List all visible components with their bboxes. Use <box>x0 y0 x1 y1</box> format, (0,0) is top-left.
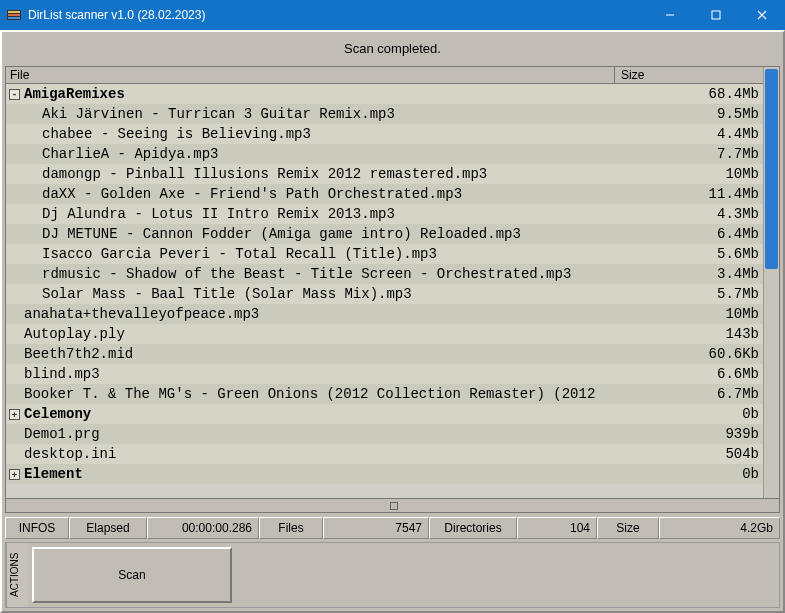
item-size: 5.6Mb <box>615 246 763 262</box>
collapse-icon[interactable]: - <box>9 89 20 100</box>
tree-file-row[interactable]: Booker T. & The MG's - Green Onions (201… <box>6 384 763 404</box>
item-size: 6.7Mb <box>615 386 763 402</box>
tree-file-row[interactable]: daXX - Golden Axe - Friend's Path Orches… <box>6 184 763 204</box>
item-size: 9.5Mb <box>615 106 763 122</box>
item-name: Booker T. & The MG's - Green Onions (201… <box>24 386 595 402</box>
item-name: chabee - Seeing is Believing.mp3 <box>42 126 311 142</box>
item-name: damongp - Pinball Illusions Remix 2012 r… <box>42 166 487 182</box>
item-size: 7.7Mb <box>615 146 763 162</box>
titlebar[interactable]: DirList scanner v1.0 (28.02.2023) <box>0 0 785 30</box>
item-size: 10Mb <box>615 166 763 182</box>
item-name: Solar Mass - Baal Title (Solar Mass Mix)… <box>42 286 412 302</box>
item-name: Isacco Garcia Peveri - Total Recall (Tit… <box>42 246 437 262</box>
column-headers: File Size <box>6 67 763 84</box>
item-size: 143b <box>615 326 763 342</box>
tree-file-row[interactable]: Isacco Garcia Peveri - Total Recall (Tit… <box>6 244 763 264</box>
item-size: 939b <box>615 426 763 442</box>
file-list: File Size -AmigaRemixes68.4MbAki Järvine… <box>5 66 780 499</box>
svg-rect-3 <box>8 17 20 19</box>
item-size: 68.4Mb <box>615 86 763 102</box>
close-button[interactable] <box>739 0 785 30</box>
item-size: 3.4Mb <box>615 266 763 282</box>
item-name: Element <box>24 466 83 482</box>
item-name: Dj Alundra - Lotus II Intro Remix 2013.m… <box>42 206 395 222</box>
column-header-size[interactable]: Size <box>615 67 763 83</box>
tree-file-row[interactable]: Solar Mass - Baal Title (Solar Mass Mix)… <box>6 284 763 304</box>
files-value: 7547 <box>323 517 429 539</box>
infos-label: INFOS <box>5 517 69 539</box>
item-size: 0b <box>615 466 763 482</box>
item-name: AmigaRemixes <box>24 86 125 102</box>
files-label: Files <box>259 517 323 539</box>
directories-label: Directories <box>429 517 517 539</box>
item-name: desktop.ini <box>24 446 116 462</box>
item-name: rdmusic - Shadow of the Beast - Title Sc… <box>42 266 571 282</box>
maximize-button[interactable] <box>693 0 739 30</box>
tree-dir-row[interactable]: +Celemony0b <box>6 404 763 424</box>
item-name: daXX - Golden Axe - Friend's Path Orches… <box>42 186 462 202</box>
info-strip: INFOS Elapsed 00:00:00.286 Files 7547 Di… <box>5 517 780 539</box>
size-label: Size <box>597 517 659 539</box>
item-size: 0b <box>615 406 763 422</box>
item-size: 4.3Mb <box>615 206 763 222</box>
item-name: CharlieA - Apidya.mp3 <box>42 146 218 162</box>
actions-tab-label: ACTIONS <box>6 543 28 607</box>
expand-icon[interactable]: + <box>9 469 20 480</box>
tree-file-row[interactable]: desktop.ini504b <box>6 444 763 464</box>
tree-file-row[interactable]: Dj Alundra - Lotus II Intro Remix 2013.m… <box>6 204 763 224</box>
scan-button-label: Scan <box>118 568 145 582</box>
directories-value: 104 <box>517 517 597 539</box>
item-size: 10Mb <box>615 306 763 322</box>
svg-rect-2 <box>8 14 20 16</box>
tree-file-row[interactable]: Autoplay.ply143b <box>6 324 763 344</box>
scrollbar-thumb[interactable] <box>765 69 778 269</box>
item-size: 6.4Mb <box>615 226 763 242</box>
item-name: Aki Järvinen - Turrican 3 Guitar Remix.m… <box>42 106 395 122</box>
item-name: Autoplay.ply <box>24 326 125 342</box>
tree-file-row[interactable]: damongp - Pinball Illusions Remix 2012 r… <box>6 164 763 184</box>
item-name: DJ METUNE - Cannon Fodder (Amiga game in… <box>42 226 521 242</box>
tree-file-row[interactable]: blind.mp36.6Mb <box>6 364 763 384</box>
tree-file-row[interactable]: Aki Järvinen - Turrican 3 Guitar Remix.m… <box>6 104 763 124</box>
tree-dir-row[interactable]: +Element0b <box>6 464 763 484</box>
item-name: Beeth7th2.mid <box>24 346 133 362</box>
item-name: anahata+thevalleyofpeace.mp3 <box>24 306 259 322</box>
tree-file-row[interactable]: anahata+thevalleyofpeace.mp310Mb <box>6 304 763 324</box>
column-header-file[interactable]: File <box>6 67 615 83</box>
main-panel: Scan completed. File Size -AmigaRemixes6… <box>0 30 785 613</box>
item-size: 6.6Mb <box>615 366 763 382</box>
tree-file-row[interactable]: CharlieA - Apidya.mp37.7Mb <box>6 144 763 164</box>
elapsed-label: Elapsed <box>69 517 147 539</box>
app-icon <box>6 7 22 23</box>
tree-file-row[interactable]: rdmusic - Shadow of the Beast - Title Sc… <box>6 264 763 284</box>
item-size: 5.7Mb <box>615 286 763 302</box>
tree-file-row[interactable]: DJ METUNE - Cannon Fodder (Amiga game in… <box>6 224 763 244</box>
item-name: Demo1.prg <box>24 426 100 442</box>
expand-icon[interactable]: + <box>9 409 20 420</box>
tree-file-row[interactable]: chabee - Seeing is Believing.mp34.4Mb <box>6 124 763 144</box>
tree-dir-row[interactable]: -AmigaRemixes68.4Mb <box>6 84 763 104</box>
vertical-scrollbar[interactable] <box>763 67 779 498</box>
elapsed-value: 00:00:00.286 <box>147 517 259 539</box>
minimize-button[interactable] <box>647 0 693 30</box>
item-size: 504b <box>615 446 763 462</box>
size-value: 4.2Gb <box>659 517 780 539</box>
tree-file-row[interactable]: Demo1.prg939b <box>6 424 763 444</box>
item-name: Celemony <box>24 406 91 422</box>
item-size: 4.4Mb <box>615 126 763 142</box>
horizontal-scrollbar[interactable] <box>5 499 780 513</box>
item-size: 60.6Kb <box>615 346 763 362</box>
svg-rect-1 <box>8 11 20 13</box>
status-message: Scan completed. <box>5 35 780 66</box>
actions-strip: ACTIONS Scan <box>5 542 780 608</box>
scan-button[interactable]: Scan <box>32 547 232 603</box>
svg-rect-5 <box>712 11 720 19</box>
item-size: 11.4Mb <box>615 186 763 202</box>
tree-file-row[interactable]: Beeth7th2.mid60.6Kb <box>6 344 763 364</box>
rows-container: -AmigaRemixes68.4MbAki Järvinen - Turric… <box>6 84 763 498</box>
window-title: DirList scanner v1.0 (28.02.2023) <box>28 8 647 22</box>
item-name: blind.mp3 <box>24 366 100 382</box>
